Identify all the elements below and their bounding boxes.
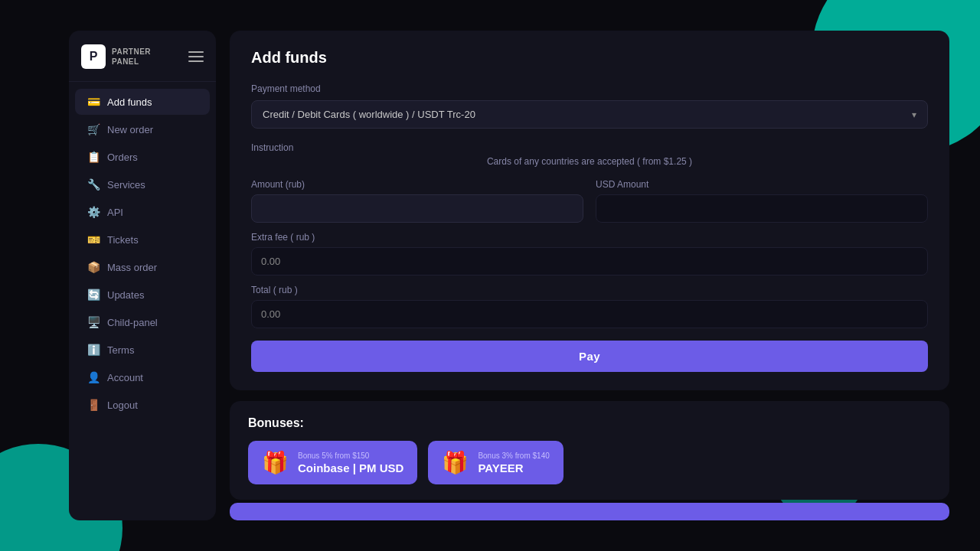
sidebar-item-api[interactable]: ⚙️ API <box>75 199 210 225</box>
total-input <box>251 300 928 328</box>
tickets-icon: 🎫 <box>87 233 100 246</box>
sidebar-item-orders[interactable]: 📋 Orders <box>75 144 210 170</box>
bonus-card-payeer[interactable]: 🎁 Bonus 3% from $140 PAYEER <box>428 441 563 484</box>
bonuses-panel: Bonuses: 🎁 Bonus 5% from $150 Coinbase |… <box>230 401 949 500</box>
page-title: Add funds <box>251 49 928 67</box>
gift-icon-coinbase: 🎁 <box>262 450 289 475</box>
bonus-payeer-name: PAYEER <box>478 461 549 474</box>
extra-fee-label: Extra fee ( rub ) <box>251 232 928 243</box>
amount-input[interactable] <box>251 194 583 223</box>
sidebar-item-logout[interactable]: 🚪 Logout <box>75 392 210 418</box>
mass-order-icon: 📦 <box>87 261 100 273</box>
new-order-icon: 🛒 <box>87 123 100 135</box>
sidebar-item-label: Terms <box>107 344 134 356</box>
payment-method-value: Credit / Debit Cards ( worldwide ) / USD… <box>263 109 475 120</box>
payment-method-label: Payment method <box>251 83 928 94</box>
bonuses-title: Bonuses: <box>248 416 931 430</box>
updates-icon: 🔄 <box>87 289 100 301</box>
bonus-coinbase-name: Coinbase | PM USD <box>298 461 403 474</box>
bonus-payeer-subtitle: Bonus 3% from $140 <box>478 452 549 460</box>
extra-fee-row: Extra fee ( rub ) <box>251 232 928 276</box>
main-content: Add funds Payment method Credit / Debit … <box>216 31 949 520</box>
bonus-card-payeer-info: Bonus 3% from $140 PAYEER <box>478 452 549 474</box>
account-icon: 👤 <box>87 371 100 383</box>
sidebar-item-label: Tickets <box>107 234 139 246</box>
sidebar-item-label: Services <box>107 179 145 191</box>
add-funds-icon: 💳 <box>87 96 100 108</box>
sidebar-item-label: Orders <box>107 152 138 163</box>
amount-col-rub: Amount (rub) <box>251 179 583 223</box>
sidebar-item-label: Add funds <box>107 96 152 108</box>
extra-fee-input <box>251 247 928 276</box>
usd-amount-input[interactable] <box>596 194 928 223</box>
sidebar-item-label: Logout <box>107 399 138 411</box>
gift-icon-payeer: 🎁 <box>442 450 469 475</box>
orders-icon: 📋 <box>87 151 100 163</box>
instruction-label: Instruction <box>251 142 928 153</box>
sidebar-item-child-panel[interactable]: 🖥️ Child-panel <box>75 309 210 335</box>
total-label: Total ( rub ) <box>251 285 928 295</box>
sidebar-header: P PARTNER PANEL <box>69 44 216 82</box>
services-icon: 🔧 <box>87 178 100 191</box>
sidebar-item-add-funds[interactable]: 💳 Add funds <box>75 89 210 115</box>
sidebar-item-label: API <box>107 207 123 218</box>
total-row: Total ( rub ) <box>251 285 928 328</box>
terms-icon: ℹ️ <box>87 344 100 356</box>
sidebar-item-label: Updates <box>107 289 144 301</box>
sidebar-item-label: Child-panel <box>107 317 158 328</box>
amount-label: Amount (rub) <box>251 179 583 190</box>
logo: P PARTNER PANEL <box>81 44 151 69</box>
sidebar-item-services[interactable]: 🔧 Services <box>75 171 210 197</box>
bottom-bar <box>230 503 949 520</box>
child-panel-icon: 🖥️ <box>87 316 100 328</box>
bonus-card-coinbase[interactable]: 🎁 Bonus 5% from $150 Coinbase | PM USD <box>248 441 417 484</box>
logo-icon: P <box>81 44 106 69</box>
logo-text: PARTNER PANEL <box>112 47 151 67</box>
logout-icon: 🚪 <box>87 399 100 411</box>
payment-method-dropdown[interactable]: Credit / Debit Cards ( worldwide ) / USD… <box>251 100 928 129</box>
sidebar-item-label: Mass order <box>107 262 157 273</box>
sidebar: P PARTNER PANEL 💳 Add funds 🛒 New order … <box>69 31 216 520</box>
amount-col-usd: USD Amount <box>596 179 928 223</box>
amount-row: Amount (rub) USD Amount <box>251 179 928 223</box>
api-icon: ⚙️ <box>87 206 100 218</box>
sidebar-item-mass-order[interactable]: 📦 Mass order <box>75 254 210 280</box>
add-funds-panel: Add funds Payment method Credit / Debit … <box>230 31 949 390</box>
bonus-coinbase-subtitle: Bonus 5% from $150 <box>298 452 403 460</box>
bonus-cards: 🎁 Bonus 5% from $150 Coinbase | PM USD 🎁… <box>248 441 931 484</box>
sidebar-item-tickets[interactable]: 🎫 Tickets <box>75 227 210 253</box>
usd-amount-label: USD Amount <box>596 179 928 190</box>
sidebar-item-label: Account <box>107 372 143 383</box>
sidebar-item-updates[interactable]: 🔄 Updates <box>75 282 210 308</box>
menu-toggle-button[interactable] <box>188 51 204 62</box>
bonus-card-coinbase-info: Bonus 5% from $150 Coinbase | PM USD <box>298 452 403 474</box>
sidebar-item-label: New order <box>107 124 153 135</box>
instruction-text: Cards of any countries are accepted ( fr… <box>251 156 928 167</box>
chevron-down-icon: ▾ <box>912 109 916 120</box>
sidebar-item-terms[interactable]: ℹ️ Terms <box>75 337 210 363</box>
sidebar-item-account[interactable]: 👤 Account <box>75 364 210 390</box>
sidebar-item-new-order[interactable]: 🛒 New order <box>75 116 210 142</box>
pay-button[interactable]: Pay <box>251 341 928 372</box>
